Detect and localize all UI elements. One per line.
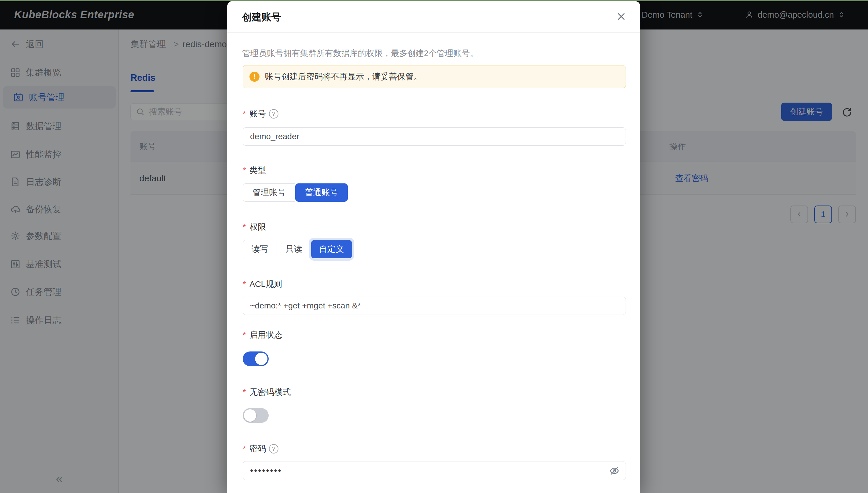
account-input[interactable] — [243, 127, 626, 146]
eye-invisible-icon[interactable] — [609, 465, 620, 476]
required-mark: * — [243, 280, 246, 289]
required-mark: * — [243, 222, 246, 232]
required-mark: * — [243, 109, 246, 119]
type-label-text: 类型 — [249, 165, 266, 176]
password-input[interactable] — [243, 461, 626, 480]
password-label-text: 密码 — [249, 443, 266, 454]
create-account-modal: 创建账号 管理员账号拥有集群所有数据库的权限，最多创建2个管理账号。 ! 账号创… — [227, 1, 640, 493]
permission-option-custom[interactable]: 自定义 — [311, 240, 352, 258]
type-field-label: * 类型 — [243, 165, 266, 176]
warning-text: 账号创建后密码将不再显示，请妥善保管。 — [265, 71, 422, 82]
passwordless-label: * 无密码模式 — [243, 386, 291, 398]
enable-status-label-text: 启用状态 — [249, 329, 283, 341]
password-help-icon[interactable]: ? — [269, 444, 278, 453]
permission-field-label: * 权限 — [243, 221, 266, 233]
account-field-label: * 账号 ? — [243, 108, 278, 120]
permission-option-readonly[interactable]: 只读 — [277, 240, 311, 258]
required-mark: * — [243, 387, 246, 397]
modal-title: 创建账号 — [242, 10, 281, 24]
required-mark: * — [243, 166, 246, 175]
enable-status-toggle[interactable] — [243, 351, 269, 366]
toggle-knob — [244, 409, 256, 422]
type-option-admin[interactable]: 管理账号 — [243, 184, 295, 202]
account-help-icon[interactable]: ? — [269, 109, 278, 119]
required-mark: * — [243, 444, 246, 453]
type-option-normal[interactable]: 普通账号 — [295, 184, 348, 202]
password-field-label: * 密码 ? — [243, 443, 278, 455]
password-input-wrapper — [243, 461, 626, 480]
warning-icon: ! — [249, 72, 260, 82]
acl-label-text: ACL规则 — [249, 279, 282, 290]
top-green-strip — [0, 0, 868, 1]
acl-field-label: * ACL规则 — [243, 278, 282, 290]
toggle-knob — [255, 352, 267, 365]
acl-rule-input[interactable] — [243, 297, 626, 315]
permission-segmented-control: 读写 只读 自定义 — [243, 240, 352, 258]
modal-header-divider — [227, 33, 640, 33]
modal-description: 管理员账号拥有集群所有数据库的权限，最多创建2个管理账号。 — [242, 48, 626, 59]
type-segmented-control: 管理账号 普通账号 — [243, 184, 348, 202]
account-label-text: 账号 — [249, 108, 266, 120]
passwordless-toggle[interactable] — [243, 408, 269, 423]
enable-status-label: * 启用状态 — [243, 329, 283, 341]
warning-banner: ! 账号创建后密码将不再显示，请妥善保管。 — [243, 65, 626, 88]
permission-label-text: 权限 — [249, 221, 266, 233]
passwordless-label-text: 无密码模式 — [249, 387, 291, 398]
close-icon[interactable] — [615, 10, 627, 22]
required-mark: * — [243, 330, 246, 340]
permission-option-readwrite[interactable]: 读写 — [243, 240, 277, 258]
